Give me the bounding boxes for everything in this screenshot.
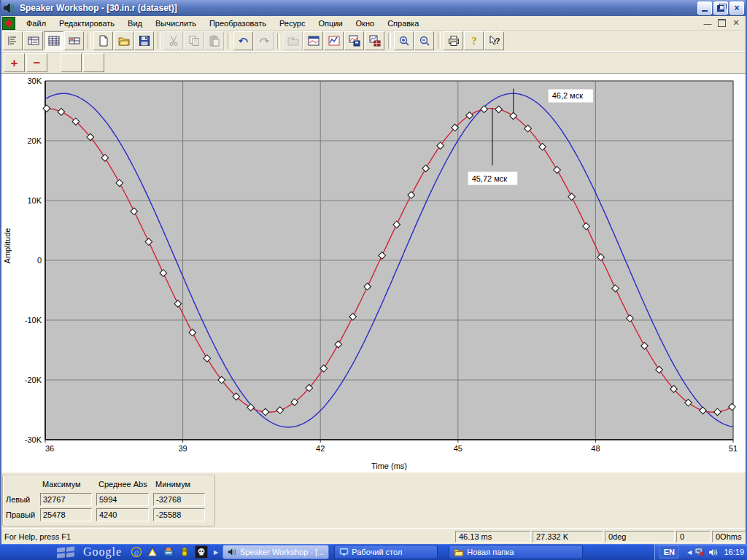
zoom-in-button[interactable] [394, 31, 414, 50]
open-file-icon [118, 35, 130, 47]
mdi-minimize-button[interactable]: — [703, 18, 713, 28]
desktop-icon [339, 548, 349, 556]
toolbar-separator [158, 33, 160, 49]
datasheet-grid-button[interactable] [44, 31, 63, 50]
help-about-button[interactable]: ? [464, 31, 484, 50]
restore-icon [717, 5, 724, 12]
menu-edit[interactable]: Редактировать [53, 18, 121, 29]
quick-launch-expand-icon[interactable]: ▶ [214, 549, 218, 556]
save-file-button[interactable] [134, 31, 154, 50]
annotation-label: 45,72 мск [472, 174, 508, 183]
stats-left-min: -32768 [153, 493, 205, 506]
toolbar-separator [88, 33, 90, 49]
blank-button-2[interactable] [83, 53, 104, 72]
cut-icon [168, 35, 179, 47]
stats-header-min: Минимум [153, 480, 209, 489]
ie-icon[interactable]: e [131, 546, 142, 558]
volume-icon[interactable] [708, 548, 719, 557]
hand-icon[interactable] [163, 546, 174, 558]
zoom-in-icon [398, 35, 410, 47]
cut-button[interactable] [163, 31, 183, 50]
close-button[interactable]: × [729, 1, 744, 15]
new-document-button[interactable] [93, 31, 113, 50]
windows-flag-icon[interactable] [57, 547, 76, 558]
toolbar-separator [228, 33, 231, 49]
notes-view-icon [7, 35, 19, 47]
add-point-button[interactable]: + [4, 53, 25, 72]
x-tick-label: 36 [45, 444, 54, 453]
statistics-panel: Максимум Среднее Abs Минимум Левый 32767… [0, 472, 747, 528]
mdi-restore-button[interactable] [718, 19, 726, 27]
google-deskbar[interactable]: Google [83, 545, 122, 559]
mdi-close-button[interactable]: ✕ [731, 18, 741, 28]
folder-icon [454, 548, 464, 556]
y-tick-label: 30K [27, 77, 42, 85]
paste-icon [209, 35, 220, 47]
chart-export-button[interactable] [365, 31, 384, 50]
menu-resource[interactable]: Ресурс [273, 18, 311, 29]
taskbar-button-new-folder[interactable]: Новая папка [449, 545, 583, 559]
menu-help[interactable]: Справка [381, 18, 425, 29]
menu-view[interactable]: Вид [121, 18, 149, 29]
svg-text:?: ? [471, 36, 476, 47]
print-icon [448, 35, 460, 47]
menu-options[interactable]: Опции [311, 18, 349, 29]
robot-icon[interactable] [179, 546, 190, 558]
print-button[interactable] [444, 31, 463, 50]
network-icon[interactable] [694, 548, 705, 557]
waveform-chart: 36394245485130K20K10K0-10K-20K-30K46,2 м… [0, 73, 747, 473]
restore-button[interactable] [713, 1, 728, 15]
datasheet-wide-button[interactable] [64, 31, 84, 50]
taskbar: Google e ▶ Speaker Workshop - [... Рабоч… [0, 544, 747, 560]
save-file-icon [139, 35, 150, 47]
taskbar-button-speaker-workshop[interactable]: Speaker Workshop - [... [222, 545, 329, 559]
blank-button-1[interactable] [61, 53, 82, 72]
new-document-icon [98, 35, 109, 47]
datasheet-small-button[interactable] [23, 31, 43, 50]
x-tick-label: 39 [178, 444, 187, 453]
delta-icon[interactable] [147, 546, 158, 558]
minimize-button[interactable] [697, 1, 712, 15]
menu-window[interactable]: Окно [349, 18, 382, 29]
chart-compare-icon [328, 35, 340, 47]
notes-view-button[interactable] [3, 31, 23, 50]
copy-icon [188, 35, 200, 47]
chart-compare-button[interactable] [324, 31, 344, 50]
tray-collapse-icon[interactable]: ◀ [687, 549, 692, 556]
speaker-icon [228, 548, 237, 556]
y-tick-label: -30K [25, 435, 42, 444]
chart-export-icon [369, 35, 381, 47]
undo-button[interactable] [233, 31, 253, 50]
redo-icon [258, 35, 270, 47]
skull-icon[interactable] [195, 545, 208, 559]
paste-button[interactable] [204, 31, 224, 50]
menu-file[interactable]: Файл [20, 18, 53, 29]
copy-button[interactable] [184, 31, 204, 50]
toolbar-separator [388, 33, 391, 49]
minimize-icon [702, 8, 708, 12]
menu-transform[interactable]: Преобразовать [203, 18, 273, 29]
status-message: For Help, press F1 [0, 532, 455, 541]
taskbar-button-desktop[interactable]: Рабочий стол [334, 545, 438, 559]
remove-point-button[interactable]: − [26, 53, 47, 72]
main-toolbar: ? ? [0, 31, 747, 52]
annotation-label: 46,2 мск [552, 91, 584, 100]
status-pane-value: 0 [676, 531, 711, 542]
y-tick-label: -10K [25, 316, 42, 324]
clock[interactable]: 16:19 [724, 548, 744, 556]
y-tick-label: 20K [27, 136, 42, 145]
import-folder-button[interactable] [283, 31, 303, 50]
chart-save-button[interactable] [344, 31, 364, 50]
language-indicator[interactable]: EN [659, 545, 678, 559]
redo-button[interactable] [254, 31, 274, 50]
menu-calculate[interactable]: Вычислить [149, 18, 203, 29]
open-file-button[interactable] [114, 31, 133, 50]
stats-row-left-label: Левый [6, 495, 39, 504]
context-help-button[interactable]: ? [484, 31, 504, 50]
document-icon[interactable] [2, 17, 15, 30]
chart-save-icon [349, 35, 360, 47]
chart-window-button[interactable] [303, 31, 323, 50]
y-axis-title: Amplitude [3, 228, 12, 264]
zoom-out-button[interactable] [414, 31, 434, 50]
system-tray: EN ◀ 16:19 [654, 544, 747, 560]
